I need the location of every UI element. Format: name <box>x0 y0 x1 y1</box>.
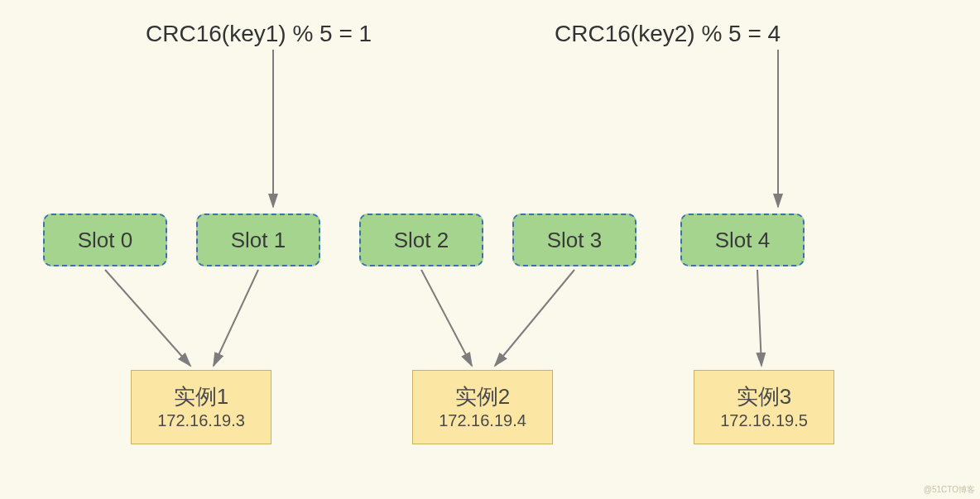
slot-0-label: Slot 0 <box>78 228 133 253</box>
arrow-slot2-to-instance2 <box>421 270 472 366</box>
instance-1: 实例1 172.16.19.3 <box>131 370 271 444</box>
slot-2-label: Slot 2 <box>394 228 449 253</box>
slot-4: Slot 4 <box>680 214 805 266</box>
slot-4-label: Slot 4 <box>715 228 771 253</box>
slot-1: Slot 1 <box>196 214 320 266</box>
arrow-slot1-to-instance1 <box>214 270 258 366</box>
instance-3: 实例3 172.16.19.5 <box>694 370 834 444</box>
arrow-slot0-to-instance1 <box>105 270 190 366</box>
instance-2: 实例2 172.16.19.4 <box>412 370 553 444</box>
slot-2: Slot 2 <box>359 214 483 266</box>
slot-1-label: Slot 1 <box>231 228 286 253</box>
watermark: @51CTO博客 <box>924 484 975 496</box>
instance-2-ip: 172.16.19.4 <box>439 411 526 430</box>
instance-3-title: 实例3 <box>737 384 791 410</box>
instance-3-ip: 172.16.19.5 <box>720 411 808 430</box>
instance-1-ip: 172.16.19.3 <box>157 411 245 430</box>
arrow-slot4-to-instance3 <box>757 270 761 366</box>
formula-key2: CRC16(key2) % 5 = 4 <box>555 21 781 47</box>
instance-1-title: 实例1 <box>174 384 228 410</box>
slot-0: Slot 0 <box>43 214 167 266</box>
slot-3-label: Slot 3 <box>547 228 603 253</box>
formula-key1: CRC16(key1) % 5 = 1 <box>146 21 372 47</box>
slot-3: Slot 3 <box>512 214 637 266</box>
arrow-slot3-to-instance2 <box>495 270 574 366</box>
instance-2-title: 实例2 <box>455 384 510 410</box>
